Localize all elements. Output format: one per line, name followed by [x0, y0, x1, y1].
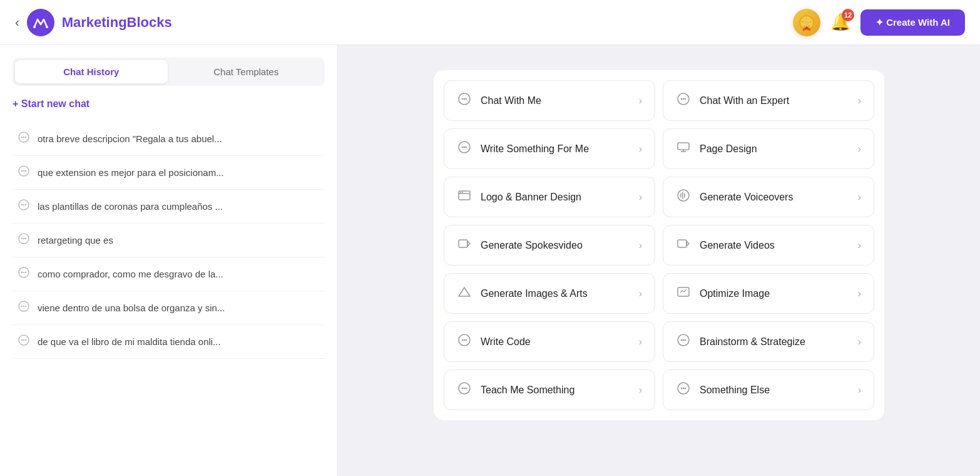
start-new-chat-button[interactable]: + Start new chat — [13, 96, 325, 112]
chat-bubble-icon — [18, 334, 30, 349]
header-right: 🔔 12 ✦ Create With AI — [793, 9, 965, 36]
svg-point-68 — [683, 339, 685, 341]
option-label: Page Design — [700, 143, 757, 155]
svg-point-63 — [462, 339, 464, 341]
svg-point-28 — [25, 306, 26, 307]
option-card-something-else[interactable]: Something Else › — [663, 370, 874, 410]
option-left: Teach Me Something — [457, 381, 574, 398]
svg-marker-57 — [467, 241, 470, 246]
chat-list: otra breve descripcion "Regala a tus abu… — [13, 122, 325, 463]
tab-chat-history[interactable]: Chat History — [15, 60, 168, 83]
svg-point-77 — [685, 388, 687, 390]
svg-point-42 — [462, 147, 464, 148]
chat-bubble-icon — [18, 232, 30, 248]
svg-rect-45 — [678, 143, 689, 150]
header-left: ‹ MarketingBlocks — [15, 9, 172, 36]
option-card-write-something[interactable]: Write Something For Me › — [444, 128, 655, 169]
logo-banner-icon — [457, 189, 472, 205]
chat-list-item[interactable]: como comprador, como me desgravo de la..… — [13, 257, 325, 291]
tab-bar: Chat History Chat Templates — [13, 58, 325, 86]
option-card-generate-images[interactable]: Generate Images & Arts › — [444, 273, 655, 314]
chat-item-text: retargeting que es — [38, 235, 113, 246]
svg-point-72 — [464, 388, 466, 390]
option-label: Generate Videos — [700, 240, 775, 251]
chat-bubble-icon — [18, 199, 30, 214]
option-left: Brainstorm & Strategize — [676, 333, 805, 350]
chat-list-item[interactable]: retargeting que es — [13, 224, 325, 257]
option-card-write-code[interactable]: Write Code › — [444, 321, 655, 362]
chevron-right-icon: › — [639, 385, 642, 396]
svg-point-32 — [25, 339, 26, 341]
svg-rect-56 — [459, 240, 467, 247]
svg-point-20 — [25, 238, 26, 239]
svg-marker-60 — [459, 287, 470, 296]
tab-chat-templates[interactable]: Chat Templates — [170, 60, 323, 83]
option-left: Something Else — [676, 381, 770, 398]
chat-list-item[interactable]: otra breve descripcion "Regala a tus abu… — [13, 122, 325, 156]
svg-point-14 — [21, 204, 23, 205]
chat-item-text: que extension es mejor para el posiciona… — [38, 167, 224, 178]
logo-icon — [27, 9, 54, 36]
chevron-right-icon: › — [858, 192, 861, 203]
svg-point-8 — [25, 137, 26, 138]
svg-point-27 — [23, 306, 24, 307]
svg-point-76 — [683, 388, 685, 390]
medal-icon — [793, 9, 820, 36]
option-card-generate-voiceovers[interactable]: Generate Voiceovers › — [663, 177, 874, 217]
option-card-logo-banner[interactable]: Logo & Banner Design › — [444, 177, 655, 217]
generate-images-icon — [457, 285, 472, 302]
option-left: Chat With an Expert — [676, 92, 789, 109]
chat-bubble-icon — [18, 266, 30, 282]
option-label: Generate Voiceovers — [700, 192, 793, 203]
write-code-icon — [457, 333, 472, 350]
option-left: Page Design — [676, 140, 757, 157]
svg-point-75 — [681, 388, 683, 390]
option-card-generate-videos[interactable]: Generate Videos › — [663, 225, 874, 266]
svg-point-34 — [462, 98, 464, 100]
notification-button[interactable]: 🔔 12 — [830, 13, 850, 32]
option-label: Write Something For Me — [481, 143, 589, 155]
chat-bubble-icon — [18, 300, 30, 316]
option-card-chat-with-me[interactable]: Chat With Me › — [444, 80, 655, 121]
option-label: Generate Images & Arts — [481, 288, 588, 299]
chevron-right-icon: › — [639, 336, 642, 348]
option-card-brainstorm[interactable]: Brainstorm & Strategize › — [663, 321, 874, 362]
chevron-right-icon: › — [639, 240, 642, 251]
notification-badge: 12 — [842, 9, 854, 21]
chevron-right-icon: › — [858, 240, 861, 251]
option-left: Write Code — [457, 333, 531, 350]
svg-point-19 — [23, 238, 24, 239]
chevron-right-icon: › — [639, 288, 642, 299]
chat-bubble-icon — [18, 165, 30, 180]
svg-point-6 — [21, 137, 23, 138]
option-card-page-design[interactable]: Page Design › — [663, 128, 874, 169]
chat-list-item[interactable]: de que va el libro de mi maldita tienda … — [13, 325, 325, 359]
chat-list-item[interactable]: que extension es mejor para el posiciona… — [13, 156, 325, 190]
chat-bubble-icon — [18, 131, 30, 147]
option-label: Chat With Me — [481, 95, 541, 106]
chat-with-expert-icon — [676, 92, 691, 109]
chevron-right-icon: › — [858, 336, 861, 348]
svg-point-39 — [683, 98, 685, 100]
svg-point-38 — [681, 98, 683, 100]
option-label: Optimize Image — [700, 288, 770, 299]
option-card-optimize-image[interactable]: Optimize Image › — [663, 273, 874, 314]
svg-point-22 — [21, 272, 23, 273]
option-card-teach-me[interactable]: Teach Me Something › — [444, 370, 655, 410]
chevron-right-icon: › — [858, 143, 861, 155]
svg-point-64 — [464, 339, 466, 341]
back-button[interactable]: ‹ — [15, 15, 19, 29]
option-label: Logo & Banner Design — [481, 192, 581, 203]
option-card-chat-with-expert[interactable]: Chat With an Expert › — [663, 80, 874, 121]
chevron-right-icon: › — [639, 95, 642, 106]
chat-item-text: las plantillas de coronas para cumpleaño… — [38, 201, 223, 212]
chat-item-text: de que va el libro de mi maldita tienda … — [38, 336, 221, 347]
create-with-ai-button[interactable]: ✦ Create With AI — [860, 9, 965, 36]
chat-list-item[interactable]: viene dentro de una bolsa de organza y s… — [13, 291, 325, 325]
svg-point-50 — [460, 192, 461, 193]
option-card-generate-spokesvideo[interactable]: Generate Spokesvideo › — [444, 225, 655, 266]
svg-point-69 — [685, 339, 687, 341]
brand-name: MarketingBlocks — [62, 14, 172, 31]
svg-point-65 — [466, 339, 467, 341]
chat-list-item[interactable]: las plantillas de coronas para cumpleaño… — [13, 190, 325, 224]
